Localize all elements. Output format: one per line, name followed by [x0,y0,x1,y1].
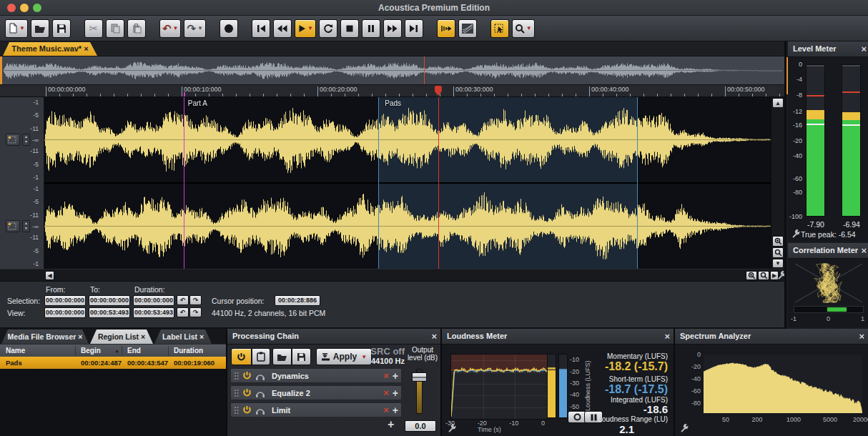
view-duration-field[interactable]: 00:00:53:493 [133,307,174,318]
zoom-tool-button[interactable]: ▼ [512,19,535,38]
solo-listen-headphones-icon[interactable] [255,372,265,380]
horizontal-zoom-in-button[interactable] [746,271,757,280]
insert-plugin-icon[interactable]: + [393,388,398,398]
pause-button[interactable] [362,19,380,38]
undo-dropdown-arrow[interactable]: ▼ [173,25,179,31]
remove-plugin-icon[interactable]: × [383,371,389,380]
cut-button[interactable]: ✂ [84,19,103,38]
region-edge-left[interactable] [378,97,379,269]
selection-to-field[interactable]: 00:00:00:000 [89,295,130,306]
drag-handle-icon[interactable] [234,389,239,397]
tab-close-icon[interactable]: × [199,332,204,341]
plugin-power-icon[interactable] [242,371,252,380]
chain-clipboard-button[interactable] [252,348,270,365]
chain-open-button[interactable] [272,348,292,365]
overview-waveform-strip[interactable] [0,56,784,85]
plugin-power-icon[interactable] [242,388,252,397]
waveform-editor[interactable]: Part APads [44,97,771,269]
correlation-meter-close-icon[interactable]: × [861,245,867,256]
chain-item-equalize-2[interactable]: Equalize 2×+ [230,385,402,400]
selection-redo-button[interactable]: ↷ [189,295,202,305]
solo-listen-headphones-icon[interactable] [255,406,265,415]
horizontal-scrollbar[interactable]: ◀ ▶ [0,269,784,282]
view-to-field[interactable]: 00:00:53:493 [89,307,130,318]
loudness-meter-close-icon[interactable]: × [664,331,670,342]
tab-theme-music[interactable]: Theme Music.wav* × [3,42,97,56]
processing-chain-close-icon[interactable]: × [431,331,437,342]
waveform-channel-2[interactable] [44,184,771,269]
save-button[interactable] [52,19,71,38]
selection-duration-field[interactable]: 00:00:00:000 [133,295,174,306]
chain-save-button[interactable] [292,348,311,365]
region-row-pads[interactable]: Pads 00:00:24:487 00:00:43:547 00:00:19:… [0,357,226,369]
scrub-tool-button[interactable] [437,19,455,38]
tab-label-list[interactable]: Label List × [154,330,212,344]
remove-plugin-icon[interactable]: × [383,405,389,415]
tab-close-icon[interactable]: × [84,44,88,53]
insert-plugin-icon[interactable]: + [393,371,398,381]
new-file-dropdown-arrow[interactable]: ▼ [19,25,25,31]
zoom-dropdown-arrow[interactable]: ▼ [526,25,532,31]
redo-button[interactable]: ↷▼ [184,19,206,38]
drag-handle-icon[interactable] [234,406,239,415]
level-meter-settings-wrench-icon[interactable] [791,229,800,238]
output-fader-handle[interactable] [412,372,427,382]
spectral-view-button[interactable] [458,19,477,38]
vertical-scrollbar[interactable]: ▲ ▼ [771,97,784,269]
solo-listen-headphones-icon[interactable] [255,389,265,397]
tab-region-list[interactable]: Region List × [90,330,153,344]
record-button[interactable] [220,19,238,38]
selection-from-field[interactable]: 00:00:00:000 [44,295,86,306]
column-begin[interactable]: Begin [81,345,101,357]
chain-item-limit[interactable]: Limit×+ [230,402,402,417]
ruler-cursor-flag[interactable] [435,86,442,96]
insert-plugin-icon[interactable]: + [393,405,398,415]
vertical-zoom-out-button[interactable] [772,247,784,258]
selection-undo-button[interactable]: ↶ [177,295,189,305]
view-from-field[interactable]: 00:00:00:000 [44,307,86,318]
scroll-left-button[interactable]: ◀ [45,271,54,280]
chain-enable-button[interactable] [231,348,252,365]
output-level-value[interactable]: 0.0 [405,420,436,432]
column-name[interactable]: Name [6,345,25,357]
view-redo-button[interactable]: ↷ [189,307,202,317]
undo-button[interactable]: ↶▼ [159,19,182,38]
loudness-settings-wrench-icon[interactable] [448,424,456,432]
column-duration[interactable]: Duration [174,345,203,357]
chain-item-dynamics[interactable]: Dynamics×+ [230,368,402,383]
new-file-button[interactable]: ▼ [5,19,28,38]
horizontal-zoom-out-button[interactable] [758,271,769,280]
loop-playback-button[interactable] [319,19,337,38]
fast-forward-button[interactable] [383,19,402,38]
rewind-button[interactable] [273,19,292,38]
channel-zoom-spinner[interactable]: ▲▼ [22,220,30,232]
stop-button[interactable] [340,19,359,38]
drag-handle-icon[interactable] [234,372,239,380]
add-plugin-button[interactable]: + [388,419,394,430]
tab-media-file-browser[interactable]: Media File Browser × [1,330,89,344]
tab-close-icon[interactable]: × [141,332,145,341]
spectrum-settings-wrench-icon[interactable] [680,424,689,432]
selection-tool-button[interactable] [490,19,509,38]
channel-select-button[interactable] [6,134,20,146]
scroll-up-button[interactable]: ▲ [772,98,784,108]
region-edge-right[interactable] [637,97,638,269]
spectrum-analyzer-close-icon[interactable]: × [859,331,864,342]
redo-dropdown-arrow[interactable]: ▼ [197,25,203,31]
column-end[interactable]: End [127,345,141,357]
go-to-end-button[interactable] [405,19,423,38]
timeline-ruler[interactable]: 00:00:00:00000:00:10:00000:00:20:00000:0… [0,85,784,97]
cursor-position-field[interactable]: 00:00:28:886 [275,295,320,306]
channel-select-button[interactable] [6,220,20,232]
plugin-power-icon[interactable] [242,405,252,415]
copy-button[interactable] [106,19,124,38]
remove-plugin-icon[interactable]: × [383,388,389,397]
go-to-start-button[interactable] [252,19,270,38]
paste-button[interactable] [127,19,146,38]
tab-close-icon[interactable]: × [78,332,82,341]
level-meter-close-icon[interactable]: × [861,44,867,54]
vertical-zoom-in-button[interactable] [772,236,784,247]
scroll-down-button[interactable]: ▼ [772,259,784,268]
view-undo-button[interactable]: ↶ [177,307,189,317]
play-dropdown-arrow[interactable]: ▼ [307,25,313,31]
